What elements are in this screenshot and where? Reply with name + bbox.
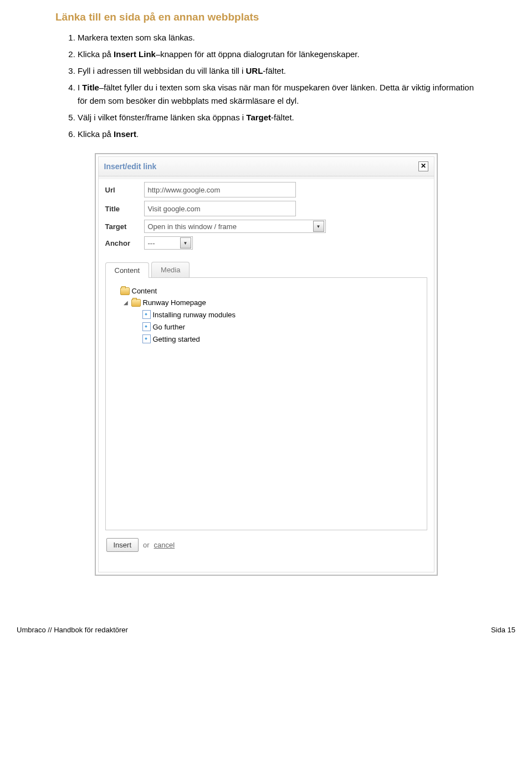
target-select[interactable]: Open in this window / frame ▼ [144,220,326,233]
doc-icon [142,334,151,343]
step-3: Fyll i adressen till webbsidan du vill l… [78,64,477,78]
tree-node-child[interactable]: Installing runway modules [135,309,420,320]
folder-icon [120,287,130,295]
chevron-down-icon[interactable]: ▼ [180,237,191,248]
title-input[interactable] [144,201,296,216]
footer-left: Umbraco // Handbok för redaktörer [17,626,128,634]
form-area: Url Title Target Open in this window / f… [99,176,434,255]
anchor-select[interactable]: --- ▼ [144,236,193,250]
content-tree-area: Content ◢ Runway Homepage [105,278,427,530]
step-6: Klicka på Insert. [78,128,477,141]
url-input[interactable] [144,182,296,197]
dialog-footer: Insert or cancel [99,530,434,572]
insert-button[interactable]: Insert [106,538,139,552]
tab-media[interactable]: Media [151,262,190,277]
tab-content[interactable]: Content [105,262,150,278]
or-text: or [143,541,150,549]
steps-list: Markera texten som ska länkas. Klicka på… [55,31,477,141]
folder-icon [131,299,141,307]
label-url: Url [105,186,144,194]
step-1: Markera texten som ska länkas. [78,31,477,44]
close-icon[interactable]: ✕ [418,161,428,171]
footer-right: Sida 15 [491,626,515,634]
expander-icon[interactable]: ◢ [124,300,129,306]
cancel-link[interactable]: cancel [154,541,175,549]
doc-icon [142,322,151,331]
chevron-down-icon[interactable]: ▼ [313,221,324,232]
page-footer: Umbraco // Handbok för redaktörer Sida 1… [0,598,532,640]
section-title: Länka till en sida på en annan webbplats [55,11,477,23]
step-2: Klicka på Insert Link–knappen för att öp… [78,48,477,61]
insert-link-dialog: Insert/edit link ✕ Url Title Target Open… [95,153,438,576]
dialog-title: Insert/edit link [104,162,157,171]
label-title: Title [105,205,144,213]
doc-icon [142,310,151,319]
step-4: I Title–fältet fyller du i texten som sk… [78,81,477,108]
label-anchor: Anchor [105,239,144,247]
tree-node-homepage[interactable]: ◢ Runway Homepage [124,297,420,308]
tab-row: Content Media [105,262,427,278]
tree-node-content[interactable]: Content [112,286,420,296]
tree-node-child[interactable]: Getting started [135,333,420,344]
label-target: Target [105,222,144,231]
tree-node-child[interactable]: Go further [135,321,420,332]
step-5: Välj i vilket fönster/frame länken ska ö… [78,111,477,124]
dialog-header: Insert/edit link ✕ [99,157,434,176]
